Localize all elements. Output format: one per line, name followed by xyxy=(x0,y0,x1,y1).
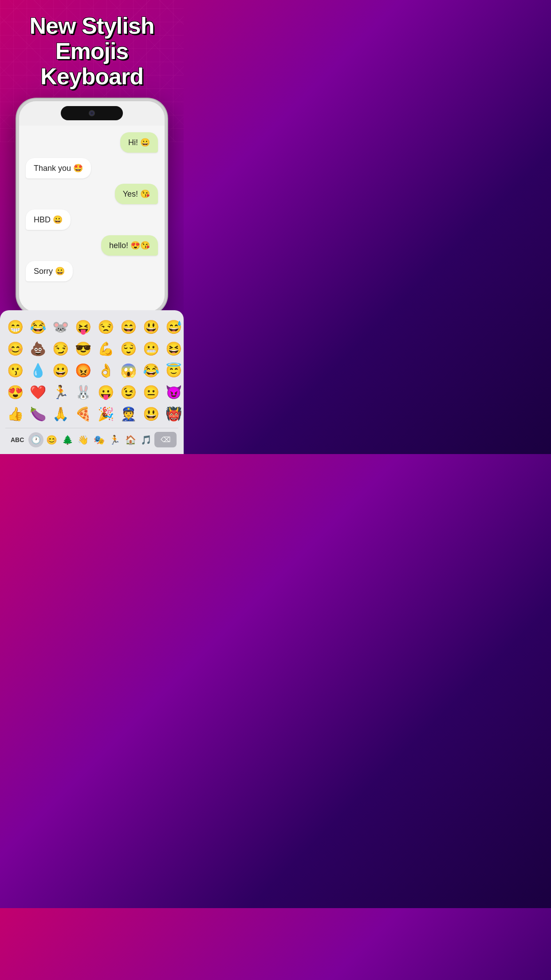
emoji-cell-25[interactable]: ❤️ xyxy=(28,383,48,402)
emoji-cell-16[interactable]: 😗 xyxy=(5,361,25,380)
emoji-cell-8[interactable]: 😊 xyxy=(5,339,25,358)
emoji-cell-2[interactable]: 🐭 xyxy=(51,317,71,336)
message-row-4: HBD 😀 xyxy=(26,209,158,230)
emoji-cell-36[interactable]: 🎉 xyxy=(96,404,116,423)
objects-category-button[interactable]: 🏠 xyxy=(123,432,138,448)
activity-category-button[interactable]: 🎭 xyxy=(92,432,106,448)
emoji-cell-0[interactable]: 😁 xyxy=(5,317,25,336)
emoji-cell-7[interactable]: 😅 xyxy=(164,317,184,336)
emoji-cell-38[interactable]: 😃 xyxy=(141,404,161,423)
emoji-cell-5[interactable]: 😄 xyxy=(118,317,138,336)
emoji-cell-10[interactable]: 😏 xyxy=(51,339,71,358)
message-bubble-sent-5: hello! 😍😘 xyxy=(101,235,158,256)
emoji-cell-17[interactable]: 💧 xyxy=(28,361,48,380)
people-category-button[interactable]: 🏃 xyxy=(107,432,122,448)
message-bubble-sent-1: Hi! 😀 xyxy=(120,132,158,153)
emoji-cell-39[interactable]: 👹 xyxy=(164,404,184,423)
emoji-cell-23[interactable]: 😇 xyxy=(164,361,184,380)
emoji-cell-6[interactable]: 😃 xyxy=(141,317,161,336)
emoji-cell-9[interactable]: 💩 xyxy=(28,339,48,358)
emoji-cell-35[interactable]: 🍕 xyxy=(73,404,93,423)
message-row-3: Yes! 😘 xyxy=(26,184,158,204)
emoji-cell-27[interactable]: 🐰 xyxy=(73,383,93,402)
nature-category-button[interactable]: 🌲 xyxy=(60,432,75,448)
recent-emoji-button[interactable]: 🕐 xyxy=(28,432,43,447)
emoji-cell-1[interactable]: 😂 xyxy=(28,317,48,336)
emoji-cell-20[interactable]: 👌 xyxy=(96,361,116,380)
gesture-category-button[interactable]: 👋 xyxy=(76,432,91,448)
emoji-cell-4[interactable]: 😒 xyxy=(96,317,116,336)
message-row-5: hello! 😍😘 xyxy=(26,235,158,256)
emoji-cell-15[interactable]: 😆 xyxy=(164,339,184,358)
emoji-cell-30[interactable]: 😐 xyxy=(141,383,161,402)
emoji-cell-28[interactable]: 😛 xyxy=(96,383,116,402)
emoji-cell-21[interactable]: 😱 xyxy=(118,361,138,380)
emoji-cell-3[interactable]: 😝 xyxy=(73,317,93,336)
phone-mockup: Hi! 😀 Thank you 🤩 Yes! 😘 HBD 😀 hello! 😍😘 xyxy=(16,99,167,315)
chat-screen: Hi! 😀 Thank you 🤩 Yes! 😘 HBD 😀 hello! 😍😘 xyxy=(19,126,165,312)
app-title: New Stylish Emojis Keyboard xyxy=(9,13,175,90)
message-bubble-received-4: HBD 😀 xyxy=(26,209,71,230)
header-section: New Stylish Emojis Keyboard xyxy=(0,0,184,99)
emoji-cell-11[interactable]: 😎 xyxy=(73,339,93,358)
abc-button[interactable]: ABC xyxy=(7,434,28,446)
emoji-cell-33[interactable]: 🍆 xyxy=(28,404,48,423)
emoji-cell-13[interactable]: 😌 xyxy=(118,339,138,358)
emoji-cell-32[interactable]: 👍 xyxy=(5,404,25,423)
delete-button[interactable]: ⌫ xyxy=(154,432,176,447)
message-row-1: Hi! 😀 xyxy=(26,132,158,153)
emoji-keyboard: 😁😂🐭😝😒😄😃😅😊💩😏😎💪😌😬😆😗💧😀😡👌😱😂😇😍❤️🏃🐰😛😉😐😈👍🍆🙏🍕🎉👮😃… xyxy=(0,310,184,454)
emoji-cell-22[interactable]: 😂 xyxy=(141,361,161,380)
phone-top-bar xyxy=(19,101,165,126)
message-row-6: Sorry 😀 xyxy=(26,261,158,281)
emoji-cell-12[interactable]: 💪 xyxy=(96,339,116,358)
emoji-cell-18[interactable]: 😀 xyxy=(51,361,71,380)
emoji-cell-29[interactable]: 😉 xyxy=(118,383,138,402)
emoji-cell-31[interactable]: 😈 xyxy=(164,383,184,402)
keyboard-toolbar: ABC 🕐 😊 🌲 👋 🎭 🏃 🏠 🎵 ⌫ xyxy=(5,428,178,450)
message-row-2: Thank you 🤩 xyxy=(26,158,158,178)
emoji-cell-37[interactable]: 👮 xyxy=(118,404,138,423)
message-bubble-sent-3: Yes! 😘 xyxy=(115,184,158,204)
front-camera xyxy=(89,110,95,116)
phone-notch xyxy=(61,106,123,120)
emoji-cell-14[interactable]: 😬 xyxy=(141,339,161,358)
emoji-cell-24[interactable]: 😍 xyxy=(5,383,25,402)
message-bubble-received-6: Sorry 😀 xyxy=(26,261,73,281)
emoji-cell-34[interactable]: 🙏 xyxy=(51,404,71,423)
emoji-category-button[interactable]: 😊 xyxy=(44,432,59,448)
message-bubble-received-2: Thank you 🤩 xyxy=(26,158,91,178)
emoji-grid: 😁😂🐭😝😒😄😃😅😊💩😏😎💪😌😬😆😗💧😀😡👌😱😂😇😍❤️🏃🐰😛😉😐😈👍🍆🙏🍕🎉👮😃… xyxy=(5,317,178,423)
emoji-cell-19[interactable]: 😡 xyxy=(73,361,93,380)
symbols-category-button[interactable]: 🎵 xyxy=(139,432,153,448)
emoji-cell-26[interactable]: 🏃 xyxy=(51,383,71,402)
